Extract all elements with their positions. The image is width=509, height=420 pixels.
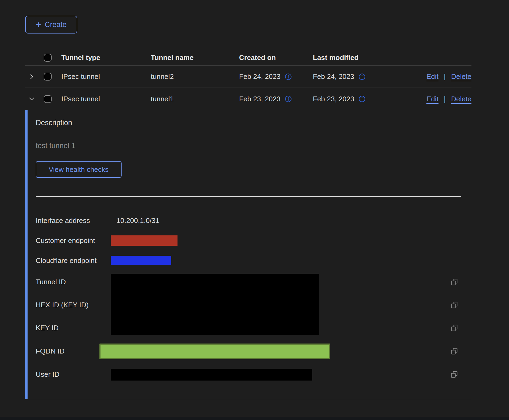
last-modified-value: Feb 24, 2023	[313, 72, 354, 81]
cloudflare-endpoint-redacted-value	[111, 256, 171, 265]
header-created-on: Created on	[239, 54, 313, 62]
create-button[interactable]: + Create	[25, 16, 77, 34]
chevron-right-icon[interactable]	[28, 74, 35, 80]
user-id-label: User ID	[36, 370, 59, 379]
info-icon[interactable]	[285, 73, 292, 80]
user-id-redacted-value	[111, 369, 312, 381]
copy-user-id-icon[interactable]	[451, 371, 458, 378]
copy-hex-id-icon[interactable]	[451, 301, 458, 309]
tunnel-name-cell: tunnel2	[151, 72, 239, 81]
tunnel-name-cell: tunnel1	[151, 95, 239, 103]
create-button-label: Create	[45, 21, 66, 29]
table-row: IPsec tunnel tunnel2 Feb 24, 2023 Feb 24…	[25, 66, 471, 88]
hex-id-label: HEX ID (KEY ID)	[36, 300, 89, 309]
header-last-modified: Last modified	[313, 54, 391, 62]
last-modified-value: Feb 23, 2023	[313, 95, 354, 103]
cloudflare-endpoint-label: Cloudflare endpoint	[36, 256, 97, 265]
view-health-checks-button[interactable]: View health checks	[36, 161, 122, 178]
action-separator: |	[444, 72, 446, 81]
copy-tunnel-id-icon[interactable]	[451, 278, 458, 286]
description-label: Description	[36, 118, 72, 127]
tunnel-detail-panel: Description test tunnel 1 View health ch…	[25, 110, 471, 399]
action-separator: |	[444, 95, 446, 103]
created-on-value: Feb 24, 2023	[239, 72, 280, 81]
description-value: test tunnel 1	[36, 141, 75, 150]
key-id-label: KEY ID	[36, 323, 59, 332]
header-tunnel-type: Tunnel type	[61, 54, 151, 62]
tunnels-page: + Create Tunnel type Tunnel name Created…	[0, 0, 509, 420]
tunnel-type-cell: IPsec tunnel	[61, 72, 151, 81]
tunnel-id-label: Tunnel ID	[36, 277, 66, 286]
row-checkbox[interactable]	[44, 73, 52, 81]
customer-endpoint-redacted-value	[111, 235, 178, 246]
delete-link[interactable]: Delete	[451, 95, 471, 103]
copy-key-id-icon[interactable]	[451, 324, 458, 332]
created-on-value: Feb 23, 2023	[239, 95, 280, 103]
copy-fqdn-id-icon[interactable]	[451, 348, 458, 355]
select-all-checkbox[interactable]	[44, 54, 52, 62]
info-icon[interactable]	[359, 73, 366, 80]
header-tunnel-name: Tunnel name	[151, 54, 239, 62]
edit-link[interactable]: Edit	[426, 95, 438, 103]
customer-endpoint-label: Customer endpoint	[36, 236, 95, 245]
interface-address-value: 10.200.1.0/31	[116, 216, 159, 225]
interface-address-label: Interface address	[36, 216, 90, 225]
info-icon[interactable]	[359, 95, 366, 102]
chevron-down-icon[interactable]	[28, 96, 35, 102]
fqdn-id-redacted-value	[99, 344, 330, 359]
section-divider	[36, 196, 461, 197]
plus-icon: +	[36, 20, 41, 29]
ids-redacted-value	[111, 274, 319, 335]
fqdn-id-label: FQDN ID	[36, 346, 65, 356]
tunnel-type-cell: IPsec tunnel	[61, 95, 151, 103]
row-checkbox[interactable]	[44, 95, 52, 103]
table-header-row: Tunnel type Tunnel name Created on Last …	[25, 50, 471, 66]
tunnels-table: Tunnel type Tunnel name Created on Last …	[25, 50, 471, 110]
header-checkbox-cell	[40, 54, 61, 62]
edit-link[interactable]: Edit	[426, 72, 438, 81]
table-row: IPsec tunnel tunnel1 Feb 23, 2023 Feb 23…	[25, 88, 471, 110]
delete-link[interactable]: Delete	[451, 72, 471, 81]
info-icon[interactable]	[285, 95, 292, 102]
window-bottom-edge	[0, 417, 509, 420]
